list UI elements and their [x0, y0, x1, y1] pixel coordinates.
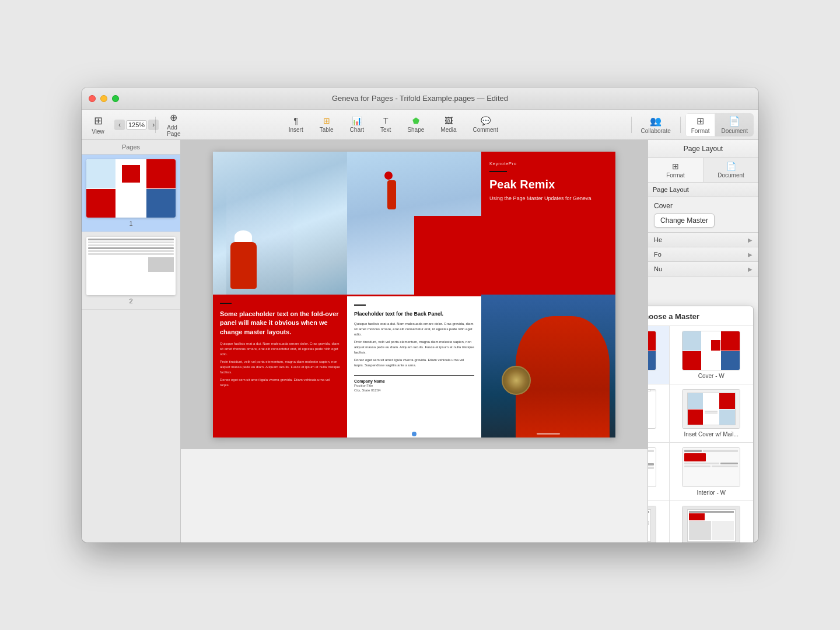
thumb-red-box — [122, 165, 139, 183]
header-section-label: He — [654, 236, 748, 243]
document-tab-label: Document — [718, 172, 744, 178]
master-item-cover-w[interactable]: Cover - W — [670, 326, 754, 384]
minimize-button[interactable] — [100, 95, 107, 102]
thumb-cell-1 — [86, 159, 116, 188]
page-2-content — [86, 237, 176, 295]
media-button[interactable]: 🖼 Media — [435, 114, 462, 135]
titlebar: Geneva for Pages - Trifold Example.pages… — [82, 88, 758, 110]
page-thumbnail-1[interactable]: 1 — [82, 155, 180, 232]
footer-section-header[interactable]: Fo ▶ — [648, 247, 758, 261]
master-item-interior-w[interactable]: Interior - W — [670, 443, 754, 501]
number-section-header[interactable]: Nu ▶ — [648, 262, 758, 276]
master-thumb-interior — [648, 447, 656, 487]
panel-bottom-middle: Placeholder text for the Back Panel. Qui… — [347, 295, 481, 438]
number-chevron-icon: ▶ — [748, 266, 752, 272]
window-title: Geneva for Pages - Trifold Example.pages… — [332, 94, 508, 103]
table-button[interactable]: ⊞ Table — [314, 114, 340, 135]
pages-sidebar: Pages 1 — [82, 140, 181, 542]
page-1-grid — [86, 159, 176, 218]
inset-cover-preview — [648, 390, 656, 391]
master-item-inset-interior[interactable]: Inset Interior — [648, 501, 669, 542]
format-doc-tabs: ⊞ Format 📄 Document — [648, 158, 758, 183]
document-tab-button[interactable]: 📄 Document — [715, 113, 754, 136]
page-layout-section: Page Layout Cover Change Master — [648, 183, 758, 233]
mtc-3 — [648, 331, 656, 351]
document-tab-icon: 📄 — [726, 162, 736, 171]
panel-bm-decoration — [354, 304, 366, 306]
inset-inner — [648, 390, 651, 391]
document-tab[interactable]: 📄 Document — [704, 158, 758, 182]
panel-top-middle — [347, 152, 481, 295]
zoom-up-button[interactable]: › — [148, 120, 159, 130]
format-doc-toggle: ⊞ Format 📄 Document — [685, 113, 754, 136]
panel-bl-para2: Proin tincidunt, velit vel porta element… — [220, 359, 340, 375]
master-item-interior[interactable]: Interior — [648, 443, 669, 501]
page-2-preview — [86, 237, 176, 295]
company-sub-text: PositionTitle — [354, 383, 474, 388]
view-button[interactable]: ⊞ View — [86, 112, 110, 137]
tp2-line-1 — [88, 239, 174, 240]
master-thumb-inset-cover — [648, 389, 656, 429]
company-name: Company Name — [354, 379, 474, 383]
toolbar-left: ⊞ View ‹ 125% › ⊕ Add Page — [86, 110, 150, 139]
maximize-button[interactable] — [112, 95, 119, 102]
collaborate-icon: 👥 — [650, 116, 662, 127]
insert-button[interactable]: ¶ Insert — [283, 114, 309, 135]
tp2-line-6 — [88, 253, 174, 255]
master-info: Cover Change Master — [648, 197, 758, 233]
page-title: Peak Remix — [489, 178, 607, 191]
scroll-indicator — [537, 433, 560, 435]
media-icon: 🖼 — [444, 116, 453, 125]
canvas-area[interactable]: KeynotePro Peak Remix Using the Page Mas… — [181, 140, 648, 449]
company-sub: PositionTitle City, State 01234 — [354, 383, 474, 393]
company-address: City, State 01234 — [354, 388, 474, 393]
panel-bm-body: Quisque facilisis erat a dui. Nam malesu… — [354, 321, 474, 370]
shape-button[interactable]: ⬟ Shape — [401, 114, 430, 135]
page-canvas: KeynotePro Peak Remix Using the Page Mas… — [213, 152, 615, 438]
document-btn-icon: 📄 — [729, 116, 740, 127]
master-name: Cover — [654, 202, 752, 210]
header-section-header[interactable]: He ▶ — [648, 233, 758, 247]
page-2-number: 2 — [86, 298, 176, 304]
climber-2-body — [387, 180, 396, 209]
master-thumb-inset-interior — [648, 506, 656, 542]
master-item-inset-interior-ta[interactable]: Inset Interior w/ Ta... — [670, 501, 754, 542]
master-item-inset-cover[interactable]: Inset Cover — [648, 384, 669, 442]
panel-bl-decoration — [220, 303, 232, 304]
format-btn-icon: ⊞ — [696, 116, 704, 127]
format-tab-button[interactable]: ⊞ Format — [685, 113, 716, 136]
close-button[interactable] — [89, 95, 96, 102]
panel-bottom-left: Some placeholder text on the fold-over p… — [213, 295, 347, 438]
number-section: Nu ▶ — [648, 262, 758, 276]
chart-button[interactable]: 📊 Chart — [344, 114, 370, 135]
collaborate-button[interactable]: 👥 Collaborate — [636, 113, 676, 136]
brand-label: KeynotePro — [489, 161, 607, 166]
edit-handle[interactable] — [412, 432, 416, 436]
format-tab[interactable]: ⊞ Format — [648, 158, 704, 182]
panel-bottom-right — [481, 295, 615, 438]
main-content: Pages 1 — [82, 140, 758, 542]
page-thumbnail-2[interactable]: 2 — [82, 232, 180, 310]
climber-helmet — [235, 230, 252, 243]
chart-icon: 📊 — [352, 116, 362, 125]
shape-icon: ⬟ — [412, 116, 419, 125]
change-master-button[interactable]: Change Master — [654, 214, 715, 228]
zoom-display[interactable]: 125% — [126, 120, 147, 130]
toolbar-separator-3 — [680, 117, 681, 133]
thumb-cell-6 — [146, 189, 176, 218]
master-item-inset-cover-mail[interactable]: Inset Cover w/ Mail... — [670, 384, 754, 442]
format-tab-label: Format — [666, 172, 685, 178]
insert-icon: ¶ — [293, 116, 298, 125]
thumb-cell-2 — [116, 159, 145, 188]
section-label: Page Layout — [648, 183, 758, 197]
comment-button[interactable]: 💬 Comment — [467, 114, 504, 135]
toolbar-center: ¶ Insert ⊞ Table 📊 Chart T Text ⬟ Shape … — [160, 114, 626, 135]
header-chevron-icon: ▶ — [748, 237, 752, 243]
zoom-down-button[interactable]: ‹ — [114, 120, 125, 130]
text-button[interactable]: T Text — [374, 114, 397, 135]
panel-bl-para3: Donec eget sem sit amet ligula viverra g… — [220, 377, 340, 388]
pages-sidebar-header: Pages — [82, 140, 180, 155]
master-interior-w-label: Interior - W — [697, 489, 726, 496]
master-item-cover[interactable]: Cover — [648, 326, 669, 384]
page-1-preview — [86, 159, 176, 218]
